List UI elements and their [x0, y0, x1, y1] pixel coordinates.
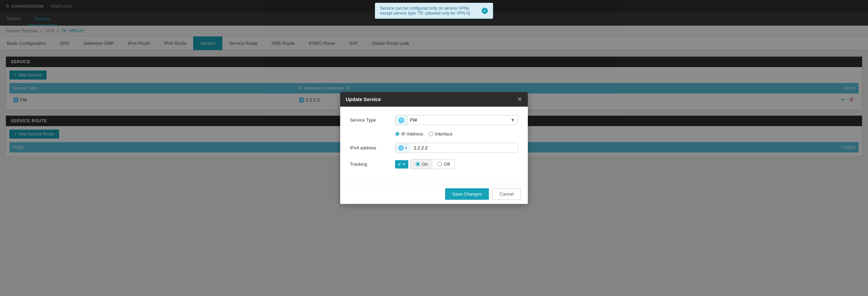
modal-close-button[interactable]: ✕ — [517, 96, 522, 102]
notification-close-button[interactable]: × — [482, 8, 488, 14]
ipv4-address-input[interactable] — [410, 143, 518, 153]
tracking-off-option[interactable]: Off — [433, 159, 455, 162]
tracking-on-label: On — [422, 162, 428, 162]
modal-title: Update Service — [346, 97, 381, 102]
radio-group-address-type: IP Address Interface — [395, 131, 452, 137]
radio-interface[interactable]: Interface — [429, 131, 453, 137]
service-type-control: 🌐 FW netsvc1 netsvc2 netsvc3 netsvc4 TE … — [395, 115, 518, 125]
ipv4-globe-button[interactable]: 🌐 ▼ — [395, 143, 410, 152]
tracking-check-button[interactable]: ✔ ▼ — [395, 160, 408, 162]
radio-ip-address-input[interactable] — [395, 132, 400, 136]
service-type-row: Service Type 🌐 FW netsvc1 netsvc2 netsvc… — [350, 115, 518, 125]
address-type-row: IP Address Interface — [350, 131, 518, 137]
service-type-select[interactable]: FW netsvc1 netsvc2 netsvc3 netsvc4 TE — [407, 115, 508, 125]
address-type-control: IP Address Interface — [395, 131, 518, 137]
ipv4-dropdown-arrow: ▼ — [404, 146, 408, 150]
update-service-modal: Update Service ✕ Service Type 🌐 FW netsv… — [340, 92, 528, 162]
tracking-control: ✔ ▼ On Off — [395, 159, 518, 162]
radio-ip-address[interactable]: IP Address — [395, 131, 423, 137]
radio-interface-input[interactable] — [429, 132, 433, 136]
service-type-select-wrapper: 🌐 FW netsvc1 netsvc2 netsvc3 netsvc4 TE … — [395, 115, 518, 125]
ipv4-address-control: 🌐 ▼ — [395, 143, 518, 153]
tracking-on-option[interactable]: On — [411, 159, 433, 162]
tracking-row: Tracking ✔ ▼ On — [350, 159, 518, 162]
modal-body: Service Type 🌐 FW netsvc1 netsvc2 netsvc… — [340, 107, 528, 162]
modal-overlay: Update Service ✕ Service Type 🌐 FW netsv… — [0, 0, 868, 162]
ipv4-globe-icon: 🌐 — [398, 145, 404, 150]
ipv4-address-row: IPv4 address 🌐 ▼ — [350, 143, 518, 153]
service-type-label: Service Type — [350, 117, 395, 123]
radio-interface-label: Interface — [435, 131, 453, 137]
select-arrow-icon: ▼ — [508, 115, 518, 125]
tracking-check-icon: ✔ — [398, 162, 401, 162]
service-type-globe-icon: 🌐 — [395, 116, 407, 125]
tracking-options: On Off — [410, 159, 455, 162]
modal-header: Update Service ✕ — [340, 92, 528, 107]
radio-ip-address-label: IP Address — [401, 131, 423, 137]
tracking-wrap: ✔ ▼ On Off — [395, 159, 455, 162]
ipv4-address-label: IPv4 address — [350, 145, 395, 150]
notification-banner: Service can be configured only on servic… — [375, 3, 493, 19]
ipv4-input-wrapper: 🌐 ▼ — [395, 143, 518, 153]
tracking-off-label: Off — [444, 162, 450, 162]
notification-text: Service can be configured only on servic… — [380, 6, 479, 16]
tracking-label: Tracking — [350, 162, 395, 162]
